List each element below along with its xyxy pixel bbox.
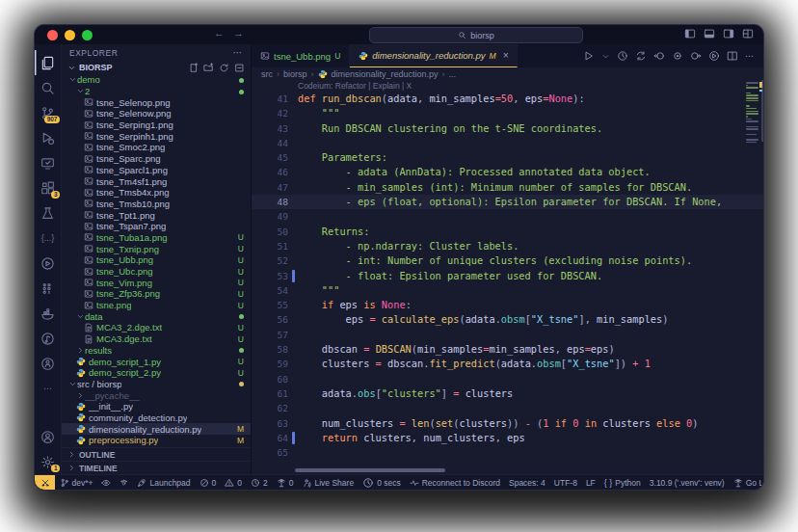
sync-icon[interactable] xyxy=(635,50,647,62)
code-line[interactable]: 65 xyxy=(252,445,763,460)
tree-item[interactable]: 2 xyxy=(62,86,251,97)
new-file-icon[interactable] xyxy=(188,63,199,73)
breadcrumb-item[interactable]: biorsp xyxy=(283,69,307,79)
codeium-codelens[interactable]: Codeium: Refactor | Explain | X xyxy=(252,80,763,92)
line-number[interactable]: 50 xyxy=(252,225,298,239)
code-line[interactable]: 64 return clusters, num_clusters, eps xyxy=(252,431,763,445)
line-number[interactable]: 47 xyxy=(252,180,298,195)
tree-item[interactable]: results xyxy=(62,345,251,357)
horizontal-scrollbar[interactable] xyxy=(295,468,445,472)
line-number[interactable]: 65 xyxy=(252,445,298,460)
line-number[interactable]: 54 xyxy=(252,283,298,298)
status-problems-warnings[interactable]: 0 xyxy=(221,475,247,490)
breadcrumb-item[interactable]: ... xyxy=(449,69,457,79)
code-line[interactable]: 58 dbscan = DBSCAN(min_samples=min_sampl… xyxy=(252,342,763,357)
tree-item[interactable]: src / biorsp xyxy=(62,379,251,390)
code-line[interactable]: 46 - adata (AnnData): Processed annotate… xyxy=(252,165,763,179)
code-line[interactable]: 62 xyxy=(252,401,763,415)
line-number[interactable]: 61 xyxy=(252,386,298,401)
activity-item-remote-explorer[interactable] xyxy=(35,150,61,175)
line-number[interactable]: 59 xyxy=(252,357,298,371)
status-problems-info[interactable]: 2 xyxy=(247,475,273,490)
code-line[interactable]: 47 - min_samples (int): Minimum number o… xyxy=(252,180,763,195)
nav-back-icon[interactable]: ← xyxy=(214,27,225,39)
tree-item[interactable]: dimensionality_reduction.pyM xyxy=(62,423,251,435)
line-number[interactable]: 57 xyxy=(252,328,298,342)
activity-item-audio-notes[interactable] xyxy=(35,326,61,351)
status-git-branch[interactable]: dev*+ xyxy=(55,475,97,490)
code-line[interactable]: 53 - float: Epsilon parameter used for D… xyxy=(252,269,763,283)
code-line[interactable]: 50 Returns: xyxy=(252,225,763,239)
workspace-root-row[interactable]: BIORSP xyxy=(62,61,251,74)
history-icon[interactable] xyxy=(617,50,628,62)
tree-item[interactable]: tsne_Txnip.pngU xyxy=(62,243,251,254)
line-number[interactable]: 42 xyxy=(252,106,298,120)
tab-dimensionality_reduction.py[interactable]: dimensionality_reduction.pyM× xyxy=(350,44,518,67)
code-line[interactable]: 48 - eps (float, optional): Epsilon para… xyxy=(252,195,763,209)
line-number[interactable]: 53 xyxy=(252,269,298,283)
activity-item-github[interactable] xyxy=(35,351,61,376)
line-number[interactable]: 46 xyxy=(252,165,298,179)
line-number[interactable]: 44 xyxy=(252,136,298,150)
activity-item-accounts[interactable] xyxy=(35,424,61,449)
step-dot-icon[interactable] xyxy=(672,50,683,62)
line-number[interactable]: 51 xyxy=(252,239,298,253)
new-folder-icon[interactable] xyxy=(203,63,214,73)
run-icon[interactable] xyxy=(583,50,595,62)
command-center-search[interactable]: biorsp xyxy=(369,27,583,43)
code-line[interactable]: 55 if eps is None: xyxy=(252,298,763,312)
tree-item[interactable]: tsne_Serping1.png xyxy=(62,120,251,131)
tree-item[interactable]: tsne.pngU xyxy=(62,300,251,311)
status-launchpad[interactable]: Launchpad xyxy=(133,475,195,490)
chevron-small-icon[interactable] xyxy=(601,52,610,61)
activity-item-source-control[interactable]: 907 xyxy=(35,100,61,125)
tree-item[interactable]: tsne_Vim.pngU xyxy=(62,277,251,288)
code-line[interactable]: 57 xyxy=(252,328,763,342)
status-go-live[interactable]: Go Live xyxy=(729,475,763,490)
tree-item[interactable]: preprocessing.pyM xyxy=(62,435,251,446)
tree-item[interactable]: __pycache__ xyxy=(62,389,251,401)
code-line[interactable]: 61 adata.obs["clusters"] = clusters xyxy=(252,386,763,401)
activity-item-testing[interactable] xyxy=(35,200,61,226)
status-live-share[interactable]: Live Share xyxy=(298,475,359,490)
status-problems-errors[interactable]: 0 xyxy=(195,475,221,490)
status-extension-paw[interactable] xyxy=(116,475,133,490)
tree-item[interactable]: demo_script_2.pyU xyxy=(62,367,251,379)
minimize-window-button[interactable] xyxy=(65,30,75,40)
nav-forward-icon[interactable]: → xyxy=(233,27,244,39)
toggle-panel-icon[interactable] xyxy=(704,28,715,40)
close-tab-icon[interactable]: × xyxy=(503,50,509,61)
breadcrumb[interactable]: src›biorsp›dimensionality_reduction.py›.… xyxy=(252,67,763,80)
code-line[interactable]: 51 - np.ndarray: Cluster labels. xyxy=(252,239,763,253)
breadcrumb-item[interactable]: src xyxy=(261,69,273,79)
vertical-scrollbar[interactable] xyxy=(761,80,764,142)
tree-item[interactable]: tsne_Ubb.pngU xyxy=(62,254,251,266)
line-number[interactable]: 63 xyxy=(252,416,298,431)
tree-item[interactable]: demo_script_1.pyU xyxy=(62,356,251,367)
tree-item[interactable]: tsne_Tmsb10.png xyxy=(62,199,251,210)
activity-item-docker[interactable] xyxy=(35,301,61,326)
line-number[interactable]: 55 xyxy=(252,298,298,312)
remote-indicator[interactable] xyxy=(35,475,55,490)
line-number[interactable]: 49 xyxy=(252,209,298,224)
tree-item[interactable]: tsne_Selenow.png xyxy=(62,108,251,120)
line-number[interactable]: 60 xyxy=(252,372,298,386)
line-number[interactable]: 56 xyxy=(252,312,298,327)
line-number[interactable]: 52 xyxy=(252,253,298,268)
tree-item[interactable]: tsne_Selenop.png xyxy=(62,96,251,108)
customize-layout-icon[interactable] xyxy=(742,28,754,40)
status-gitlens-toggle[interactable] xyxy=(97,475,116,490)
line-number[interactable]: 45 xyxy=(252,150,298,165)
tree-item[interactable]: data xyxy=(62,310,251,322)
code-line[interactable]: 52 - int: Number of unique clusters (exc… xyxy=(252,253,763,268)
tab-tsne_Ubb.png[interactable]: tsne_Ubb.pngU xyxy=(252,44,350,67)
run-below-icon[interactable] xyxy=(708,50,720,62)
panel-timeline[interactable]: TIMELINE xyxy=(62,461,251,474)
code-line[interactable]: 49 xyxy=(252,209,763,224)
tree-item[interactable]: tsne_Serpinh1.png xyxy=(62,130,251,142)
step-back-icon[interactable] xyxy=(653,50,665,62)
tree-item[interactable]: demo xyxy=(62,74,251,86)
tree-item[interactable]: tsne_Tspan7.png xyxy=(62,221,251,232)
tree-item[interactable]: MCA3.dge.txtU xyxy=(62,333,251,345)
code-line[interactable]: 42 """ xyxy=(252,106,763,120)
